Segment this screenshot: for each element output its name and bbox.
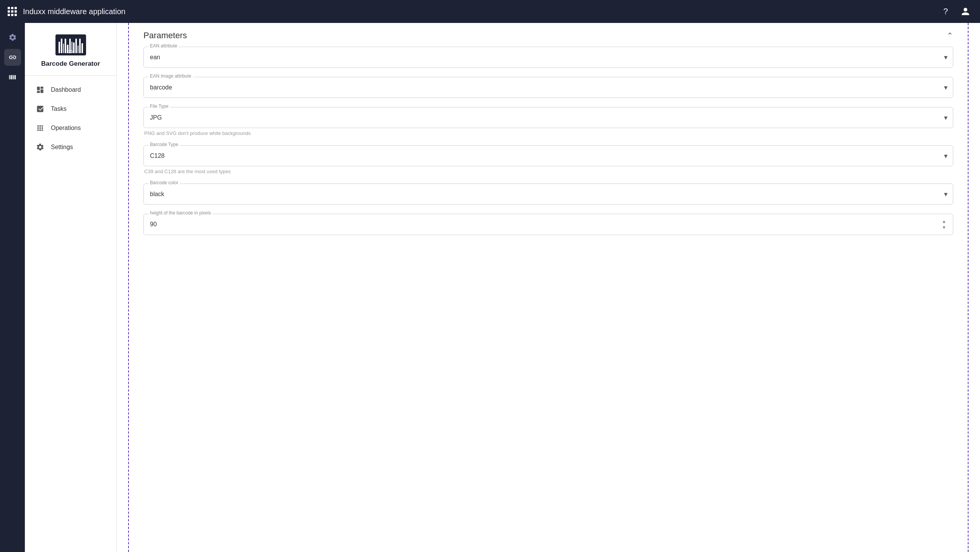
height-pixels-spinners: ▲ ▼	[941, 219, 947, 230]
sidebar-item-dashboard[interactable]: Dashboard	[25, 80, 116, 99]
barcode-type-field: Barcode Type C128 C39 ▾ C39 and C128 are…	[143, 145, 953, 174]
icon-sidebar	[0, 23, 25, 552]
apps-grid-icon[interactable]	[8, 7, 17, 16]
icon-sidebar-link[interactable]	[4, 49, 21, 66]
dashboard-icon	[36, 86, 45, 94]
ean-image-attribute-field: EAN Image attribute barcode ▾	[143, 77, 953, 98]
topbar: Induxx middleware application ?	[0, 0, 980, 23]
ean-attribute-field: EAN attribute ean ▾	[143, 47, 953, 68]
barcode-type-wrapper: Barcode Type C128 C39 ▾	[143, 145, 953, 166]
height-pixels-label: height of the barcode in pixels	[148, 210, 212, 216]
file-type-select[interactable]: JPG PNG SVG	[144, 107, 953, 128]
help-icon[interactable]: ?	[939, 5, 952, 18]
barcode-color-label: Barcode color	[148, 180, 180, 185]
barcode-color-wrapper: Barcode color black white red blue ▾	[143, 183, 953, 205]
sidebar-item-tasks-label: Tasks	[51, 106, 67, 112]
settings-icon	[36, 143, 45, 151]
barcode-type-select[interactable]: C128 C39	[144, 146, 953, 166]
nav-sidebar: 1234 Barcode Generator Dashboard Tasks	[25, 23, 117, 552]
ean-image-attribute-wrapper: EAN Image attribute barcode ▾	[143, 77, 953, 98]
operations-icon	[36, 124, 45, 132]
collapse-icon[interactable]: ⌃	[947, 31, 953, 40]
parameters-panel: Parameters ⌃ EAN attribute ean ▾ EAN Ima…	[143, 23, 953, 252]
icon-sidebar-barcode[interactable]	[4, 69, 21, 86]
sidebar-item-operations-label: Operations	[51, 125, 81, 132]
account-icon[interactable]	[959, 5, 972, 18]
dashed-line-right	[968, 23, 969, 552]
sidebar-item-operations[interactable]: Operations	[25, 119, 116, 138]
ean-attribute-select[interactable]: ean	[144, 47, 953, 67]
file-type-label: File Type	[148, 104, 170, 109]
barcode-color-field: Barcode color black white red blue ▾	[143, 183, 953, 205]
content-area: Parameters ⌃ EAN attribute ean ▾ EAN Ima…	[117, 23, 980, 552]
app-title: Induxx middleware application	[23, 7, 933, 16]
height-pixels-decrement[interactable]: ▼	[941, 225, 947, 230]
sidebar-item-settings[interactable]: Settings	[25, 138, 116, 157]
sidebar-item-tasks[interactable]: Tasks	[25, 99, 116, 119]
sidebar-item-dashboard-label: Dashboard	[51, 86, 81, 93]
tasks-icon	[36, 105, 45, 113]
barcode-type-hint: C39 and C128 are the most used types	[143, 169, 953, 174]
height-pixels-increment[interactable]: ▲	[941, 219, 947, 224]
height-pixels-input[interactable]	[144, 214, 953, 235]
parameters-header: Parameters ⌃	[143, 31, 953, 47]
file-type-wrapper: File Type JPG PNG SVG ▾	[143, 107, 953, 128]
height-pixels-field: height of the barcode in pixels ▲ ▼	[143, 214, 953, 235]
file-type-hint: PNG and SVG don't produce white backgrou…	[143, 130, 953, 136]
ean-attribute-wrapper: EAN attribute ean ▾	[143, 47, 953, 68]
nav-items: Dashboard Tasks Operations Settings	[25, 76, 116, 161]
ean-attribute-label: EAN attribute	[148, 43, 179, 49]
ean-image-attribute-select[interactable]: barcode	[144, 77, 953, 97]
height-pixels-wrapper: height of the barcode in pixels ▲ ▼	[143, 214, 953, 235]
app-name: Barcode Generator	[41, 60, 100, 68]
ean-image-attribute-label: EAN Image attribute	[148, 73, 193, 79]
barcode-color-select[interactable]: black white red blue	[144, 184, 953, 204]
app-logo: 1234	[55, 34, 86, 55]
app-logo-area: 1234 Barcode Generator	[25, 31, 116, 76]
barcode-type-label: Barcode Type	[148, 142, 180, 147]
file-type-field: File Type JPG PNG SVG ▾ PNG and SVG don'…	[143, 107, 953, 136]
icon-sidebar-settings[interactable]	[4, 29, 21, 46]
sidebar-item-settings-label: Settings	[51, 144, 73, 151]
parameters-title: Parameters	[143, 31, 187, 41]
dashed-line-left	[128, 23, 129, 552]
